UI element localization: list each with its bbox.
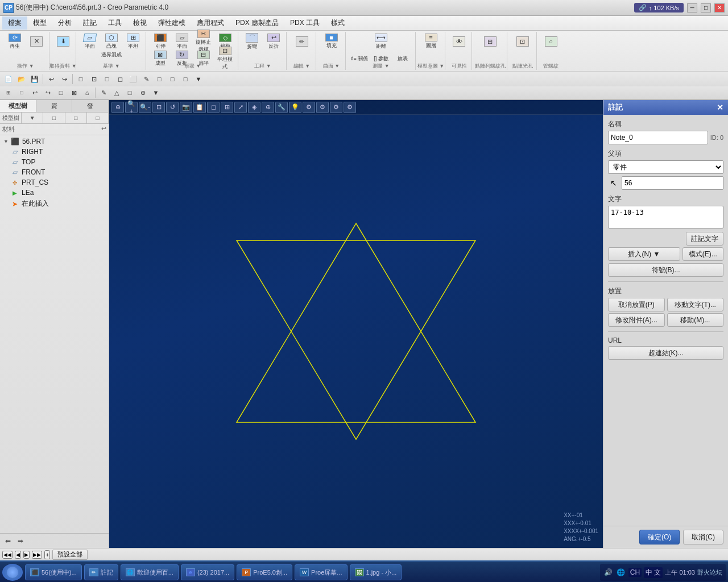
tb2-btn11[interactable]: □ [179,73,192,85]
cancel-placement-button[interactable]: 取消放置(P) [608,298,665,311]
sidebar-tab-model-tree[interactable]: 模型樹 [0,100,36,112]
tree-item-prt-cs[interactable]: ✤ PRT_CS [1,177,107,188]
tb3-btn4[interactable]: ⊠ [68,86,80,99]
insert-dropdown-button[interactable]: 插入(N) ▼ [608,247,680,261]
tree-item-56prt[interactable]: ▼ ⬛ 56.PRT [1,136,107,147]
style-button[interactable]: 模式(E)... [682,247,723,261]
ok-button[interactable]: 確定(O) [639,530,680,544]
extrude-button[interactable]: ⬛ 引伸 [150,33,171,50]
plane-button[interactable]: ▱ 平面 [80,33,100,50]
vp-settings3[interactable]: ⚙ [303,102,315,113]
tb2-open[interactable]: 📂 [15,73,28,85]
tb3-btn3[interactable]: □ [55,86,67,99]
scroll-last-button[interactable]: ▶▶ [32,551,42,559]
tb2-new[interactable]: 📄 [2,73,15,85]
sidebar-sub-dropdown[interactable]: ▼ [22,113,43,123]
flatmode-button[interactable]: ⊡ 平坦模式 [215,50,235,67]
menu-item-view[interactable]: 檢視 [127,16,152,30]
distance-button[interactable]: ⟷ 距離 [371,33,391,50]
cancel-button[interactable]: 取消(C) [683,530,723,544]
vp-zoom-in[interactable]: 🔍+ [125,102,138,113]
tree-item-front[interactable]: ▱ FRONT [1,167,107,177]
name-input[interactable] [608,131,708,144]
tb3-btn5[interactable]: ⌂ [81,86,93,99]
modify-attach-button[interactable]: 修改附件(A)... [608,313,665,327]
taskbar-item-img[interactable]: 🖼 1.jpg - 小... [350,564,402,580]
parent-value-input[interactable] [622,176,723,190]
scroll-add-button[interactable]: + [44,550,50,559]
cut-button[interactable]: ✂ 旋轉止裁模 [193,33,214,50]
vp-rotate[interactable]: ↺ [166,102,179,113]
vp-zoom-out[interactable]: 🔍- [139,102,151,113]
tree-item-right[interactable]: ▱ RIGHT [1,147,107,157]
menu-item-file[interactable]: 檔案 [2,16,27,30]
array-holes-button[interactable]: ⊞ [480,33,500,50]
menu-item-pdx-tools[interactable]: PDX 工具 [284,16,325,30]
tb3-redo2[interactable]: ↪ [42,86,54,99]
sidebar-bottom-icon1[interactable]: ⬅ [2,535,14,547]
tb3-btn10[interactable]: ▼ [150,86,162,99]
tray-icon1[interactable]: 🔊 [603,567,614,577]
cancel-action-button[interactable]: ✕ [26,33,47,50]
array-light-button[interactable]: ⊡ [512,33,533,50]
start-button[interactable] [2,564,23,581]
vp-settings4[interactable]: ⚙ [316,102,329,113]
menu-item-analysis[interactable]: 分析 [52,16,77,30]
vp-display3[interactable]: ⤢ [234,102,247,113]
fill-button[interactable]: ■ 填充 [321,33,342,50]
sidebar-tab-resources[interactable]: 資 [36,100,73,112]
minimize-button[interactable]: ─ [687,3,697,13]
tb3-btn9[interactable]: ⊕ [136,86,149,99]
sidebar-sub-model-tree[interactable]: 模型樹 [0,113,22,123]
panel-close-button[interactable]: ✕ [717,103,723,112]
tb3-btn6[interactable]: ✎ [97,86,110,99]
tb2-btn8[interactable]: ✎ [140,73,152,85]
convex-button[interactable]: ⬡ 凸塊 [101,33,122,50]
regenerate-button[interactable]: ⟳ 再生 [5,33,25,50]
vp-settings2[interactable]: 💡 [289,102,301,113]
scroll-next-button[interactable]: ▶ [23,551,30,559]
text-textarea[interactable]: 17-10-13 [608,206,723,228]
getdata-button[interactable]: ⬇ [53,33,73,50]
flag-button[interactable]: 旗表 [392,50,413,67]
vp-zoom-fit[interactable]: ⊕ [111,102,124,113]
tree-item-note2[interactable]: ▶ LEa [1,188,107,198]
scroll-prev-button[interactable]: ◀ [15,551,21,559]
tree-item-top[interactable]: ▱ TOP [1,157,107,167]
vp-display4[interactable]: ◈ [248,102,260,113]
tb2-redo[interactable]: ↪ [58,73,71,85]
tray-watermark[interactable]: 野火论坛 [697,568,722,577]
taskbar-item-56[interactable]: ⬛ 56(使用中)... [25,564,82,580]
tb3-btn7[interactable]: △ [110,86,123,99]
sidebar-tab-features[interactable]: 發 [72,100,109,112]
sidebar-sub-btn3[interactable]: □ [87,113,109,123]
layers-button[interactable]: ≡ 圖層 [421,33,441,50]
boundary-blend-button[interactable]: 邊界混成 [80,51,143,59]
taskbar-item-pro5[interactable]: P ProE5.0創... [237,564,292,580]
vp-capture[interactable]: 📷 [180,102,192,113]
tb2-btn3[interactable]: □ [75,73,87,85]
menu-item-style[interactable]: 樣式 [325,16,350,30]
relation-button[interactable]: d= 關係 [349,50,370,67]
parent-type-select[interactable]: 零件 [608,160,723,174]
vp-display1[interactable]: ◻ [207,102,220,113]
edit-button[interactable]: ✏ [292,33,312,50]
move-button[interactable]: 移動(M)... [667,313,724,327]
tray-icon2[interactable]: 🌐 [616,567,626,577]
menu-item-pdx-prod[interactable]: PDX 應製產品 [230,16,284,30]
sidebar-bottom-icon2[interactable]: ➡ [15,535,26,547]
sidebar-sub-btn2[interactable]: □ [65,113,87,123]
vp-display2[interactable]: ⊞ [221,102,233,113]
annotate-text-button[interactable]: 註記文字 [686,232,723,246]
shape-plane-button[interactable]: ▱ 平面 [172,33,192,50]
menu-item-apps[interactable]: 應用程式 [191,16,230,30]
taskbar-item-ie[interactable]: e (23) 2017... [181,564,234,580]
pipe-thread-button[interactable]: ○ [541,33,561,50]
viewport[interactable]: ⊕ 🔍+ 🔍- ⊡ ↺ 📷 📋 ◻ ⊞ ⤢ ◈ ⊕ 🔧 💡 ⚙ ⚙ ⚙ ⚙ [109,100,603,548]
tb3-btn1[interactable]: ⊞ [2,86,15,99]
vp-settings6[interactable]: ⚙ [344,102,356,113]
menu-item-flex[interactable]: 彈性建模 [152,16,191,30]
menu-item-tools[interactable]: 工具 [102,16,127,30]
close-button[interactable]: ✕ [714,3,725,13]
flat-plane-button[interactable]: ⊞ 平坦 [123,33,143,50]
